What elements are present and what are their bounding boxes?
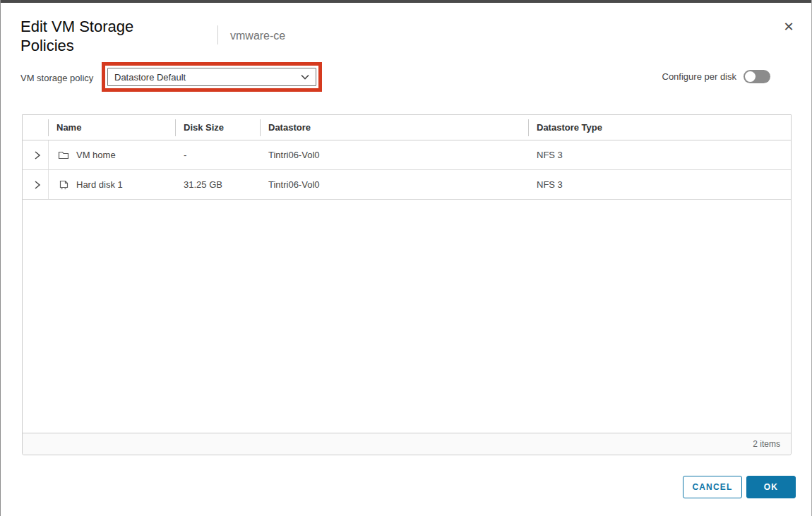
column-divider — [528, 119, 529, 136]
annotation-highlight: Datastore Default — [102, 62, 322, 92]
configure-per-disk-control: Configure per disk — [662, 70, 771, 83]
cell-datastore: Tintri06-Vol0 — [268, 140, 320, 170]
title-divider — [217, 25, 218, 44]
expand-row-chevron[interactable] — [28, 170, 47, 200]
row-divider — [48, 170, 49, 199]
chevron-right-icon — [34, 180, 41, 190]
table-footer-item-count: 2 items — [23, 433, 791, 455]
configure-per-disk-toggle[interactable] — [744, 70, 770, 83]
table-header: Name Disk Size Datastore Datastore Type — [23, 115, 791, 140]
column-divider — [175, 119, 176, 136]
cell-disk-size: - — [184, 140, 186, 170]
edit-vm-storage-policies-dialog: Edit VM Storage Policies vmware-ce ✕ VM … — [0, 0, 812, 516]
row-divider — [48, 140, 49, 169]
ok-button[interactable]: OK — [746, 476, 796, 498]
cell-datastore-type: NFS 3 — [537, 170, 563, 200]
column-header-datastore: Datastore — [268, 115, 311, 140]
cell-disk-size: 31.25 GB — [184, 170, 222, 200]
column-header-datastore-type: Datastore Type — [537, 115, 602, 140]
chevron-down-icon — [301, 74, 309, 80]
storage-policy-table: Name Disk Size Datastore Datastore Type … — [22, 114, 792, 455]
expand-row-chevron[interactable] — [28, 140, 47, 170]
vm-name-subtitle: vmware-ce — [230, 30, 285, 42]
column-header-name: Name — [56, 115, 81, 140]
column-divider — [260, 119, 261, 136]
hard-disk-icon — [58, 179, 69, 191]
toggle-knob — [745, 71, 756, 82]
table-row-hard-disk-1: Hard disk 1 31.25 GB Tintri06-Vol0 NFS 3 — [23, 170, 791, 200]
cell-datastore-type: NFS 3 — [537, 140, 563, 170]
cancel-button[interactable]: CANCEL — [683, 476, 742, 498]
cell-name: Hard disk 1 — [76, 170, 123, 200]
configure-per-disk-label: Configure per disk — [662, 71, 737, 82]
vm-storage-policy-label: VM storage policy — [20, 73, 93, 83]
column-header-disk-size: Disk Size — [184, 115, 224, 140]
chevron-right-icon — [34, 150, 41, 160]
selected-policy-value: Datastore Default — [114, 72, 186, 83]
column-divider — [48, 119, 49, 136]
table-row-vm-home: VM home - Tintri06-Vol0 NFS 3 — [23, 140, 791, 170]
page-title: Edit VM Storage Policies — [20, 17, 186, 55]
folder-icon — [58, 150, 69, 161]
vm-storage-policy-select[interactable]: Datastore Default — [107, 68, 316, 86]
cell-datastore: Tintri06-Vol0 — [268, 170, 320, 200]
close-icon[interactable]: ✕ — [780, 18, 797, 35]
cell-name: VM home — [76, 140, 116, 170]
window-top-border — [1, 0, 811, 3]
